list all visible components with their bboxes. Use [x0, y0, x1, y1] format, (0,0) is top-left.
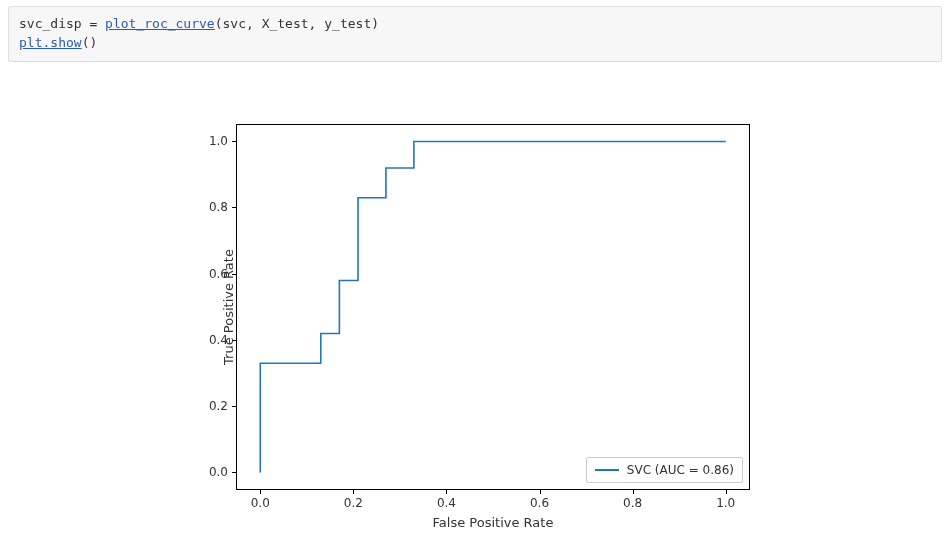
- code-cell: svc_disp = plot_roc_curve(svc, X_test, y…: [8, 6, 942, 62]
- x-tick-label: 0.6: [530, 496, 549, 510]
- x-tick: [353, 489, 354, 494]
- y-axis-label: True Positive Rate: [221, 249, 236, 365]
- x-tick: [446, 489, 447, 494]
- code-link-plot-roc-curve[interactable]: plot_roc_curve: [105, 16, 215, 31]
- x-tick: [726, 489, 727, 494]
- x-tick-label: 0.0: [251, 496, 270, 510]
- y-tick: [232, 472, 237, 473]
- x-tick: [540, 489, 541, 494]
- x-axis-label: False Positive Rate: [237, 515, 749, 530]
- legend-swatch-icon: [595, 469, 619, 471]
- chart-output: 0.00.20.40.60.81.0 0.00.20.40.60.81.0 Fa…: [0, 62, 950, 532]
- x-tick-label: 0.4: [437, 496, 456, 510]
- y-tick-label: 0.0: [209, 465, 228, 479]
- code-line-1-prefix: svc_disp =: [19, 16, 105, 31]
- y-tick-label: 0.2: [209, 399, 228, 413]
- x-tick-label: 0.8: [623, 496, 642, 510]
- x-tick-label: 1.0: [716, 496, 735, 510]
- x-tick: [633, 489, 634, 494]
- legend-label: SVC (AUC = 0.86): [627, 463, 734, 477]
- x-tick-label: 0.2: [344, 496, 363, 510]
- y-tick: [232, 406, 237, 407]
- y-tick-label: 1.0: [209, 134, 228, 148]
- y-tick: [232, 141, 237, 142]
- y-tick: [232, 207, 237, 208]
- code-line-1-suffix: (svc, X_test, y_test): [215, 16, 379, 31]
- roc-plot-axes: 0.00.20.40.60.81.0 0.00.20.40.60.81.0 Fa…: [236, 124, 750, 490]
- legend: SVC (AUC = 0.86): [586, 457, 743, 483]
- x-tick: [260, 489, 261, 494]
- roc-curve: [237, 125, 749, 489]
- y-tick-label: 0.8: [209, 200, 228, 214]
- code-line-2-suffix: (): [82, 35, 98, 50]
- code-link-plt-show[interactable]: plt.show: [19, 35, 82, 50]
